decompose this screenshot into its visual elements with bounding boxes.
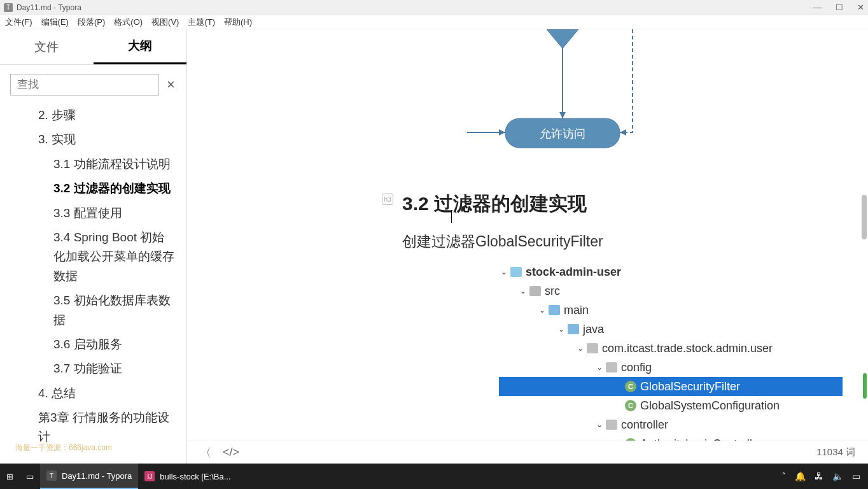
paragraph-text[interactable]: 创建过滤器GlobalSecurityFilter [402,232,603,252]
tree-label: src [545,285,560,298]
caret-icon: ⌄ [594,420,605,429]
intellij-icon: IJ [144,471,155,481]
outline-item[interactable]: 2. 步骤 [0,103,186,127]
task-view-button[interactable]: ▭ [20,464,40,489]
menu-theme[interactable]: 主题(T) [186,17,216,28]
svg-marker-4 [499,129,505,136]
tree-row[interactable]: ⌄stock-admin-user [499,262,843,281]
tray-chevron-icon[interactable]: ˄ [781,471,786,481]
tree-label: GlobalSystemConfiguration [640,399,780,413]
folder-icon [529,286,541,296]
svg-marker-0 [547,29,578,48]
watermark-text: 海量一手资源：666java.com [15,443,112,453]
taskbar-app-label: Day11.md - Typora [62,471,132,481]
taskbar-app-intellij[interactable]: IJ bulls-stock [E:\Ba... [138,464,237,489]
class-icon: C [625,381,636,392]
caret-icon: ⌄ [575,344,585,353]
typora-icon: T [46,471,57,481]
caret-icon: ⌄ [594,363,605,372]
start-button[interactable]: ⊞ [0,464,20,489]
tree-row[interactable]: ⌄com.itcast.trade.stock.admin.user [499,339,843,358]
caret-icon: ⌄ [537,306,547,315]
taskbar-app-typora[interactable]: T Day11.md - Typora [40,464,138,489]
sidebar: 文件 大纲 × 2. 步骤3. 实现3.1 功能流程设计说明3.2 过滤器的创建… [0,29,187,464]
tree-row[interactable]: ⌄main [499,301,843,320]
folder-icon [606,362,617,372]
tree-row[interactable]: ⌄src [499,281,843,301]
text-cursor [451,210,452,223]
tree-row[interactable]: ⌄java [499,320,843,339]
menu-file[interactable]: 文件(F) [4,17,34,28]
source-code-toggle-icon[interactable]: </> [223,446,239,459]
project-tree-image: ⌄stock-admin-user⌄src⌄main⌄java⌄com.itca… [499,262,843,464]
menu-format[interactable]: 格式(O) [113,17,144,28]
scroll-marker [863,373,867,399]
search-input[interactable] [10,74,159,96]
scrollbar-thumb[interactable] [862,195,867,239]
folder-icon [510,267,522,277]
tree-label: java [583,323,604,336]
sidebar-tab-outline[interactable]: 大纲 [94,29,187,64]
svg-marker-5 [620,129,626,136]
statusbar: 〈 </> 11034 词 [187,441,868,464]
tray-volume-icon[interactable]: 🔈 [832,471,843,481]
tree-label: GlobalSecurityFilter [640,380,740,393]
menubar: 文件(F) 编辑(E) 段落(P) 格式(O) 视图(V) 主题(T) 帮助(H… [0,15,868,29]
tree-label: main [564,304,589,317]
tree-row[interactable]: ⌄controller [499,415,843,434]
tray-notifications-icon[interactable]: 🔔 [795,471,806,481]
minimize-button[interactable]: — [813,3,822,12]
tree-label: com.itcast.trade.stock.admin.user [602,342,773,355]
outline-list: 2. 步骤3. 实现3.1 功能流程设计说明3.2 过滤器的创建实现3.3 配置… [0,101,186,464]
tree-row[interactable]: ⌄config [499,358,843,377]
nav-back-icon[interactable]: 〈 [200,445,211,460]
outline-item[interactable]: 3. 实现 [0,127,186,152]
outline-item[interactable]: 3.2 过滤器的创建实现 [0,176,186,201]
outline-item[interactable]: 4. 总结 [0,381,186,406]
tray-action-center-icon[interactable]: ▭ [852,471,860,481]
menu-view[interactable]: 视图(V) [150,17,180,28]
outline-item[interactable]: 3.4 Spring Boot 初始化加载公开菜单的缓存数据 [0,225,186,288]
folder-icon [606,420,617,430]
outline-item[interactable]: 3.5 初始化数据库表数据 [0,288,186,332]
tree-row[interactable]: CGlobalSecurityFilter [499,377,843,396]
sidebar-tab-files[interactable]: 文件 [0,29,94,64]
tree-label: controller [621,418,668,432]
tree-label: stock-admin-user [526,266,621,279]
svg-marker-2 [559,112,566,118]
tray-network-icon[interactable]: 🖧 [815,471,823,481]
folder-icon [549,305,560,315]
flowchart-fragment: 允许访问 [467,29,639,157]
clear-search-icon[interactable]: × [165,76,176,93]
windows-taskbar: ⊞ ▭ T Day11.md - Typora IJ bulls-stock [… [0,464,868,489]
menu-edit[interactable]: 编辑(E) [40,17,70,28]
outline-item[interactable]: 3.1 功能流程设计说明 [0,152,186,176]
tree-label: config [621,361,652,374]
caret-icon: ⌄ [518,287,528,295]
outline-item[interactable]: 3.6 启动服务 [0,332,186,357]
word-count: 11034 词 [816,446,855,458]
caret-icon: ⌄ [556,325,566,334]
window-title: Day11.md - Typora [17,3,81,12]
section-heading[interactable]: 3.2 过滤器的创建实现 [402,191,587,217]
menu-paragraph[interactable]: 段落(P) [76,17,106,28]
editor-area[interactable]: 允许访问 h3 3.2 过滤器的创建实现 创建过滤器GlobalSecurity… [187,29,868,464]
caret-icon: ⌄ [499,267,509,276]
system-tray: ˄ 🔔 🖧 🔈 ▭ [774,471,868,481]
taskbar-app-label: bulls-stock [E:\Ba... [160,472,230,481]
outline-item[interactable]: 3.3 配置使用 [0,201,186,225]
menu-help[interactable]: 帮助(H) [223,17,253,28]
outline-item[interactable]: 3.7 功能验证 [0,357,186,381]
folder-icon [587,343,598,353]
tree-row[interactable]: CGlobalSystemConfiguration [499,396,843,415]
close-button[interactable]: ✕ [857,3,864,12]
heading-level-badge: h3 [382,194,393,205]
svg-text:允许访问: 允许访问 [540,127,585,140]
folder-icon [568,324,579,334]
app-icon: T [4,3,13,12]
class-icon: C [625,400,636,411]
maximize-button[interactable]: ☐ [836,3,843,12]
window-titlebar: T Day11.md - Typora — ☐ ✕ [0,0,868,15]
